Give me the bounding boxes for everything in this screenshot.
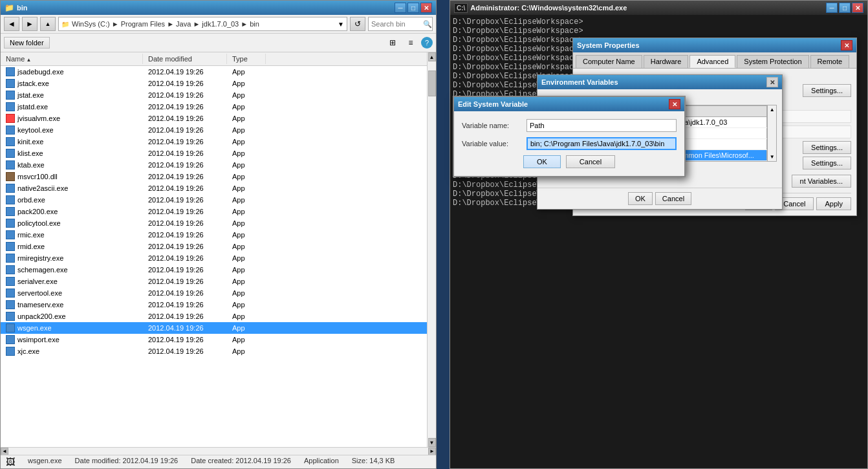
file-row[interactable]: xjc.exe 2012.04.19 19:26 App (1, 345, 427, 357)
address-bar[interactable]: 📁 WinSys (C:) ► Program Files ► Java ► j… (58, 17, 347, 31)
file-row[interactable]: wsimport.exe 2012.04.19 19:26 App (1, 334, 427, 345)
file-row[interactable]: schemagen.exe 2012.04.19 19:26 App (1, 264, 427, 276)
cmd-minimize-button[interactable]: ─ (826, 3, 838, 13)
scroll-thumb[interactable] (428, 71, 436, 96)
file-row[interactable]: orbd.exe 2012.04.19 19:26 App (1, 194, 427, 206)
nt-variables-button[interactable]: nt Variables... (792, 175, 851, 188)
view-details-button[interactable]: ≡ (403, 36, 418, 50)
file-row[interactable]: klist.exe 2012.04.19 19:26 App (1, 147, 427, 159)
up-button[interactable]: ▲ (40, 17, 56, 31)
scroll-down-btn[interactable]: ▼ (428, 438, 436, 447)
cmd-close-button[interactable]: ✕ (852, 3, 863, 13)
file-row[interactable]: native2ascii.exe 2012.04.19 19:26 App (1, 182, 427, 194)
file-row[interactable]: ktab.exe 2012.04.19 19:26 App (1, 159, 427, 171)
scroll-up-btn[interactable]: ▲ (428, 52, 436, 61)
minimize-button[interactable]: ─ (395, 3, 406, 13)
file-row[interactable]: rmic.exe 2012.04.19 19:26 App (1, 229, 427, 241)
refresh-button[interactable]: ↺ (350, 17, 365, 31)
edit-var-close-button[interactable]: ✕ (669, 99, 680, 109)
tab-advanced[interactable]: Advanced (689, 55, 735, 68)
cmd-maximize-button[interactable]: □ (839, 3, 851, 13)
file-row[interactable]: unpack200.exe 2012.04.19 19:26 App (1, 311, 427, 322)
sys-props-apply-button[interactable]: Apply (816, 197, 851, 210)
vertical-scrollbar[interactable]: ▲ ▼ (427, 52, 436, 447)
env-table-scrollbar[interactable]: ▲ ▼ (767, 105, 776, 161)
env-dialog-close-button[interactable]: ✕ (766, 77, 778, 87)
exe-icon (6, 91, 15, 100)
exe-icon (6, 347, 15, 356)
file-row[interactable]: rmid.exe 2012.04.19 19:26 App (1, 241, 427, 252)
search-input[interactable] (371, 20, 423, 28)
exe-icon (6, 312, 15, 321)
env-scroll-down[interactable]: ▼ (768, 153, 776, 161)
file-row[interactable]: rmiregistry.exe 2012.04.19 19:26 App (1, 252, 427, 264)
sys-props-titlebar: System Properties ✕ (573, 38, 856, 52)
settings-btn-3[interactable]: Settings... (803, 157, 851, 169)
settings-btn-2[interactable]: Settings... (803, 141, 851, 154)
file-list-header: Name Date modified Type (1, 52, 427, 66)
file-name: serialver.exe (17, 278, 58, 285)
file-explorer-icon: 📁 (5, 3, 14, 12)
file-type-cell: App (227, 323, 279, 333)
scroll-right-btn[interactable]: ► (428, 448, 436, 455)
tab-hardware[interactable]: Hardware (644, 55, 689, 68)
file-row[interactable]: kinit.exe 2012.04.19 19:26 App (1, 136, 427, 147)
col-name-header[interactable]: Name (1, 54, 143, 64)
edit-var-cancel-button[interactable]: Cancel (566, 155, 615, 168)
forward-button[interactable]: ► (22, 17, 38, 31)
env-cancel-button[interactable]: Cancel (655, 192, 691, 205)
file-row[interactable]: servertool.exe 2012.04.19 19:26 App (1, 287, 427, 299)
file-row[interactable]: tnameserv.exe 2012.04.19 19:26 App (1, 299, 427, 311)
file-name: policytool.exe (17, 219, 61, 227)
file-row[interactable]: jstat.exe 2012.04.19 19:26 App (1, 89, 427, 101)
exe-icon (6, 125, 15, 135)
file-row[interactable]: pack200.exe 2012.04.19 19:26 App (1, 206, 427, 217)
var-value-input[interactable] (526, 137, 677, 150)
env-ok-button[interactable]: OK (628, 192, 653, 205)
edit-var-ok-button[interactable]: OK (523, 155, 561, 168)
file-name: pack200.exe (17, 208, 58, 215)
col-type-header[interactable]: Type (227, 54, 266, 64)
var-name-input[interactable] (526, 119, 677, 132)
file-date-cell: 2012.04.19 19:26 (143, 184, 227, 193)
cmd-titlebar-buttons: ─ □ ✕ (826, 3, 863, 13)
file-row[interactable]: jsadebugd.exe 2012.04.19 19:26 App (1, 66, 427, 78)
back-button[interactable]: ◄ (4, 17, 19, 31)
file-name-cell: rmid.exe (1, 241, 143, 252)
horizontal-scrollbar[interactable]: ◄ ► (1, 447, 436, 455)
help-button[interactable]: ? (421, 37, 433, 49)
new-folder-button[interactable]: New folder (4, 37, 50, 49)
scroll-left-btn[interactable]: ◄ (1, 448, 8, 455)
env-scroll-up[interactable]: ▲ (768, 105, 776, 114)
file-row[interactable]: jstatd.exe 2012.04.19 19:26 App (1, 101, 427, 113)
col-date-header[interactable]: Date modified (143, 54, 227, 64)
file-row[interactable]: keytool.exe 2012.04.19 19:26 App (1, 124, 427, 136)
file-row[interactable]: msvcr100.dll 2012.04.19 19:26 App (1, 171, 427, 182)
exe-icon (6, 219, 15, 228)
file-name: ktab.exe (17, 161, 45, 169)
exe-icon (6, 323, 15, 333)
sys-props-close-button[interactable]: ✕ (841, 40, 852, 50)
maximize-button[interactable]: □ (407, 3, 419, 13)
exe-icon (6, 67, 15, 76)
file-row[interactable]: wsgen.exe 2012.04.19 19:26 App (1, 322, 427, 334)
edit-var-title: Edit System Variable (458, 100, 528, 108)
file-date-cell: 2012.04.19 19:26 (143, 102, 227, 111)
file-name-cell: jvisualvm.exe (1, 113, 143, 124)
exe-icon (6, 160, 15, 169)
tab-remote[interactable]: Remote (810, 55, 850, 68)
tab-computer-name[interactable]: Computer Name (576, 55, 642, 68)
file-row[interactable]: serialver.exe 2012.04.19 19:26 App (1, 276, 427, 287)
file-type-cell: App (227, 114, 279, 123)
file-row[interactable]: jstack.exe 2012.04.19 19:26 App (1, 78, 427, 89)
file-name-cell: klist.exe (1, 148, 143, 158)
tab-system-protection[interactable]: System Protection (737, 55, 808, 68)
dropdown-arrow[interactable]: ▼ (338, 21, 344, 28)
settings-btn-1[interactable]: Settings... (803, 84, 851, 97)
file-row[interactable]: policytool.exe 2012.04.19 19:26 App (1, 217, 427, 229)
view-list-button[interactable]: ⊞ (385, 36, 400, 50)
file-row[interactable]: jvisualvm.exe 2012.04.19 19:26 App (1, 113, 427, 124)
search-box[interactable]: 🔍 (368, 17, 433, 31)
close-button[interactable]: ✕ (420, 3, 432, 13)
file-name-cell: schemagen.exe (1, 265, 143, 275)
